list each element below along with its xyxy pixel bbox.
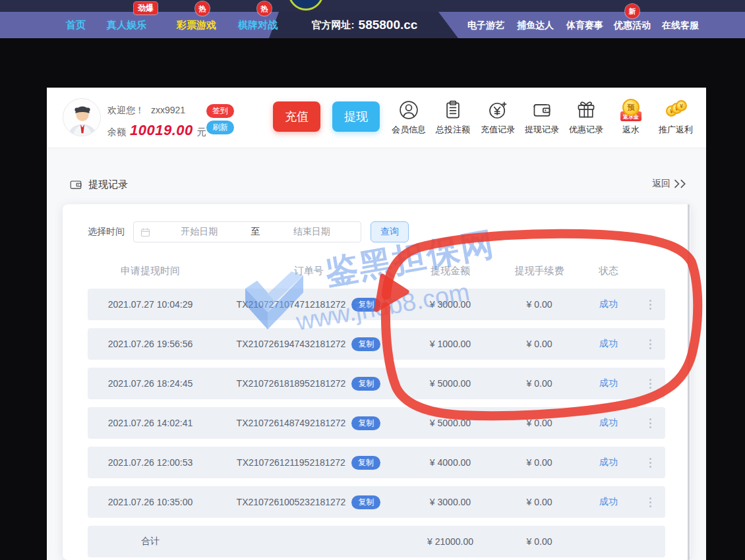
- row-menu-button[interactable]: [647, 376, 654, 391]
- date-filter-label: 选择时间: [88, 226, 125, 238]
- order-number: TX2107261005232181272: [237, 497, 346, 507]
- nav-label: 优惠活动: [614, 20, 651, 30]
- hot-badge-board-games: 热: [257, 1, 272, 16]
- col-header-order-no: 订单号: [213, 265, 404, 277]
- date-range-separator: 至: [249, 226, 263, 238]
- back-label: 返回: [652, 178, 670, 190]
- cell-order-no: TX2107261005232181272 复制: [213, 495, 404, 509]
- calendar-icon: [140, 227, 150, 237]
- withdraw-button[interactable]: 提现: [332, 101, 380, 132]
- table-header-row: 申请提现时间 订单号 提现金额 提现手续费 状态: [88, 260, 665, 282]
- cell-apply-time: 2021.07.26 19:56:56: [88, 339, 213, 349]
- welcome-line: 欢迎您！ zxx9921: [107, 105, 185, 117]
- cell-fee: ¥ 0.00: [496, 378, 582, 389]
- user-avatar[interactable]: [63, 98, 101, 136]
- copy-button[interactable]: 复制: [351, 298, 380, 312]
- copy-button[interactable]: 复制: [351, 495, 380, 509]
- section-head: 提现记录 返回: [47, 177, 706, 196]
- total-fee: ¥ 0.00: [496, 536, 582, 547]
- back-link[interactable]: 返回: [652, 178, 688, 190]
- promo-record-icon: [575, 99, 597, 121]
- cell-order-no: TX2107261947432181272 复制: [213, 337, 404, 351]
- nav-label: 首页: [66, 19, 86, 30]
- nav-item-slots[interactable]: 电子游艺: [467, 12, 504, 38]
- table-row: 2021.07.26 14:02:41 TX210726148749218127…: [88, 407, 665, 439]
- user-info-bar: 欢迎您！ zxx9921 余额 10019.00 元 签到 刷新 充值 提现 会…: [47, 88, 706, 148]
- referral-rebate-icon: ¥ ¥ ¥: [665, 99, 687, 121]
- page-title-text: 提现记录: [88, 179, 128, 191]
- recharge-record-icon: [487, 99, 509, 121]
- recharge-button[interactable]: 充值: [273, 101, 320, 132]
- quick-menu-label: 总投注额: [436, 124, 470, 136]
- nav-label: 捕鱼达人: [517, 20, 554, 30]
- cell-amount: ¥ 5000.00: [404, 418, 496, 428]
- nav-item-fishing[interactable]: 捕鱼达人: [517, 12, 554, 38]
- end-date-placeholder: 结束日期: [263, 226, 361, 238]
- table-total-row: 合计 ¥ 21000.00 ¥ 0.00: [88, 526, 665, 557]
- nav-item-sports[interactable]: 体育赛事: [566, 12, 603, 38]
- site-logo-partial: [288, 0, 324, 11]
- date-filter-row: 选择时间 开始日期 至 结束日期 查询: [88, 221, 409, 242]
- cell-apply-time: 2021.07.26 14:02:41: [88, 418, 213, 428]
- quick-menu-recharge-record[interactable]: 充值记录: [477, 99, 518, 138]
- row-menu-button[interactable]: [647, 416, 654, 431]
- status-link[interactable]: 成功: [599, 338, 618, 349]
- copy-button[interactable]: 复制: [351, 337, 380, 351]
- table-body: 2021.07.27 10:04:29 TX210727107471218127…: [88, 289, 665, 518]
- double-chevron-right-icon: [673, 179, 688, 188]
- currency-label: 元: [197, 126, 206, 138]
- row-menu-button[interactable]: [647, 297, 654, 312]
- date-range-input[interactable]: 开始日期 至 结束日期: [133, 221, 361, 242]
- order-number: TX2107261818952181272: [237, 378, 346, 389]
- status-link[interactable]: 成功: [599, 417, 618, 428]
- copy-button[interactable]: 复制: [351, 377, 380, 391]
- copy-button[interactable]: 复制: [351, 456, 380, 470]
- cell-fee: ¥ 0.00: [496, 457, 582, 468]
- row-menu-button[interactable]: [647, 455, 654, 470]
- quick-menu-withdraw-record[interactable]: 提现记录: [522, 99, 562, 138]
- copy-button[interactable]: 复制: [351, 416, 380, 430]
- quick-menu-label: 返水: [622, 124, 640, 136]
- official-url: 官方网址: 585800.cc: [269, 12, 460, 38]
- quick-menu-promo-record[interactable]: 优惠记录: [566, 99, 607, 138]
- quick-menu-referral-rebate[interactable]: ¥ ¥ ¥ 推广返利: [655, 99, 696, 138]
- cell-apply-time: 2021.07.26 10:35:00: [88, 497, 213, 507]
- quick-menu-label: 优惠记录: [569, 124, 603, 136]
- main-navbar: 首页 真人娱乐 彩票游戏 棋牌对战 劲爆 热 热 新 官方网址: 585800.…: [0, 12, 745, 38]
- cell-apply-time: 2021.07.26 12:00:53: [88, 457, 213, 468]
- balance-label: 余额: [107, 126, 126, 138]
- signin-button[interactable]: 签到: [206, 104, 234, 118]
- status-link[interactable]: 成功: [599, 298, 618, 309]
- col-header-apply-time: 申请提现时间: [88, 265, 213, 277]
- rebate-icon: 返水金 预: [620, 99, 642, 121]
- quick-menu-total-bets[interactable]: 总投注额: [432, 99, 473, 138]
- cell-fee: ¥ 0.00: [496, 339, 582, 349]
- status-link[interactable]: 成功: [599, 378, 618, 388]
- wallet-icon: [69, 178, 82, 191]
- nav-item-home[interactable]: 首页: [66, 12, 86, 38]
- refresh-balance-button[interactable]: 刷新: [206, 121, 234, 134]
- balance-line: 余额 10019.00 元: [107, 122, 206, 139]
- quick-menu-rebate[interactable]: 返水金 预 返水: [611, 99, 651, 138]
- nav-label: 在线客服: [662, 20, 699, 30]
- cell-apply-time: 2021.07.26 18:24:45: [88, 378, 213, 389]
- avatar-illustration: [63, 99, 101, 136]
- quick-menu-member-info[interactable]: 会员信息: [388, 99, 429, 138]
- status-link[interactable]: 成功: [599, 496, 618, 507]
- welcome-text: 欢迎您！: [107, 105, 144, 115]
- cell-amount: ¥ 4000.00: [404, 457, 496, 468]
- row-menu-button[interactable]: [647, 337, 654, 352]
- balance-amount: 10019.00: [130, 122, 193, 139]
- username: zxx9921: [151, 105, 185, 115]
- nav-item-customer-service[interactable]: 在线客服: [662, 12, 699, 38]
- withdraw-records-card: 选择时间 开始日期 至 结束日期 查询 申请提现时间 订单号 提现金额 提现手续…: [63, 204, 690, 560]
- official-url-label: 官方网址:: [312, 19, 355, 32]
- nav-item-live-casino[interactable]: 真人娱乐: [107, 12, 146, 38]
- new-badge-promotions: 新: [625, 4, 640, 18]
- withdraw-table: 申请提现时间 订单号 提现金额 提现手续费 状态 2021.07.27 10:0…: [88, 260, 665, 560]
- row-menu-button[interactable]: [647, 495, 654, 510]
- query-button[interactable]: 查询: [371, 221, 409, 242]
- nav-item-lottery[interactable]: 彩票游戏: [177, 12, 216, 38]
- status-link[interactable]: 成功: [599, 457, 618, 467]
- table-row: 2021.07.27 10:04:29 TX210727107471218127…: [88, 289, 665, 320]
